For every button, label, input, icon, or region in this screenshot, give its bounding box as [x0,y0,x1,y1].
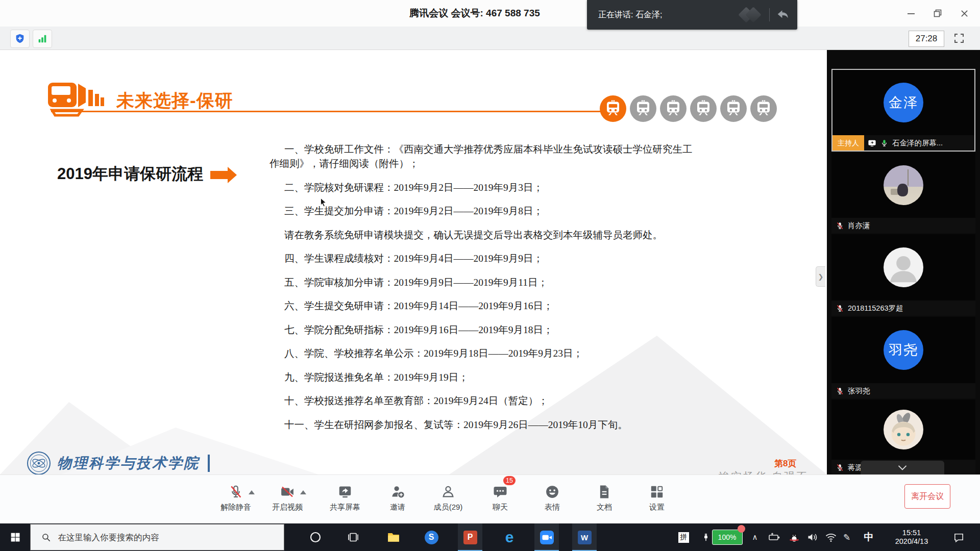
emoji-icon [527,480,578,499]
restore-icon[interactable] [933,9,942,18]
meeting-timer: 27:28 [909,31,944,47]
progress-train-row [600,95,777,122]
tray-expand-button[interactable]: ∧ [749,523,761,551]
avatar [884,247,923,287]
participant-tile[interactable]: 2018115263罗超 [831,234,975,316]
slide-line: 十一、学生在研招网参加报名、复试等：2019年9月26日——2019年10月下旬… [270,418,724,432]
mic-muted-icon [836,304,844,313]
leave-meeting-button[interactable]: 离开会议 [904,484,950,509]
qq-icon [789,531,800,543]
chat-button[interactable]: 15 聊天 [475,480,526,521]
cortana-button[interactable] [303,523,328,551]
word-button[interactable]: W [572,523,597,551]
file-explorer-button[interactable] [381,523,406,551]
ime-lang-indicator[interactable]: 中 [860,523,878,551]
meeting-app-icon [540,531,554,544]
battery-percent: 100% [712,530,743,545]
train-icon [600,95,626,122]
divider [208,455,210,472]
shared-screen-slide: 未来选择-保研 2019年申请保研流程 一、学校免研工作文件：《西南交通大学推荐… [0,50,827,474]
unmute-button[interactable]: 解除静音 [210,480,261,521]
minimize-icon[interactable] [906,9,916,18]
docs-button[interactable]: 文档 [579,480,630,521]
slide-line: 十、学校报送推荐名单至教育部：2019年9月24日（暂定）； [270,394,724,408]
powerpoint-button[interactable]: P [458,523,482,551]
slide-line: 八、学院、学校推荐名单公示：2019年9月18日——2019年9月23日； [270,346,724,361]
sogou-button[interactable]: S [419,523,444,551]
taskbar-search[interactable] [30,524,284,550]
task-view-button[interactable] [341,523,365,551]
task-view-icon [347,531,359,543]
avatar: 羽尧 [884,330,923,370]
participant-name: 张羽尧 [848,386,870,396]
slide-line: 请在教务系统免研申请模块提交，确认无误提交后导出表格交到本年级辅导员老师处。 [270,228,724,242]
avatar [884,165,923,205]
search-input[interactable] [57,532,274,543]
train-icon [720,95,747,122]
chevron-down-icon [897,464,908,471]
network-signal-icon[interactable] [33,30,52,48]
word-icon: W [578,531,592,544]
volume-tray-icon[interactable] [805,523,820,551]
mic-muted-icon [836,463,844,472]
battery-100-indicator[interactable]: 100% [697,523,746,551]
close-icon[interactable] [960,9,969,18]
mic-options-arrow[interactable] [249,490,255,494]
slide-title: 未来选择-保研 [116,89,233,113]
meeting-toolbar: 解除静音 开启视频 共享屏幕 邀请 成员(29) [0,474,980,523]
arrow-right-icon [210,171,228,179]
slide-line: 二、学院核对免研课程：2019年9月2日——2019年9月3日； [270,181,724,195]
participant-tile[interactable]: 羽尧 张羽尧 [831,317,975,398]
wifi-tray-icon[interactable] [823,523,839,551]
sidebar-expand-handle[interactable]: ❯ [816,266,825,287]
windows-taskbar: S P e W 拼 100% ∧ [0,523,980,551]
notification-dot [738,525,745,533]
participant-name: 肖亦潇 [848,221,870,231]
host-badge: 主持人 [832,135,864,151]
reply-arrow-icon[interactable] [776,7,791,22]
slide-line: 一、学校免研工作文件：《西南交通大学推荐优秀应届本科毕业生免试攻读硕士学位研究生… [270,142,724,157]
avatar [884,410,923,449]
train-icon [630,95,656,122]
slide-line: 五、学院审核加分申请：2019年9月9日——2019年9月11日； [270,276,724,290]
invite-button[interactable]: 邀请 [372,480,423,521]
wifi-icon [825,531,837,543]
participant-tile[interactable]: 肖亦潇 [831,153,975,233]
chevron-right-icon: ❯ [818,273,824,281]
battery-tray-icon[interactable] [767,523,782,551]
camera-options-arrow[interactable] [300,490,306,494]
train-icon [750,95,777,122]
participant-tile-host[interactable]: 金泽 主持人 石金泽的屏幕... [831,69,975,152]
camera-off-icon [262,480,313,499]
start-video-button[interactable]: 开启视频 [262,480,313,521]
action-center-button[interactable] [948,523,969,551]
slide-line: 七、学院分配免研指标：2019年9月16日——2019年9月18日； [270,323,724,337]
cortana-icon [309,531,322,543]
share-screen-button[interactable]: 共享屏幕 [320,480,371,521]
fullscreen-icon[interactable] [951,31,967,45]
powerpoint-icon: P [463,531,477,544]
slide-line: 四、学生课程成绩核对：2019年9月4日——2019年9月9日； [270,252,724,266]
ime-pinyin-indicator[interactable]: 拼 [676,523,691,551]
sogou-icon: S [425,531,438,544]
members-button[interactable]: 成员(29) [423,480,474,521]
meeting-app-button[interactable] [534,523,559,551]
start-button[interactable] [3,523,28,551]
qq-tray-icon[interactable] [787,523,802,551]
chevron-up-icon: ∧ [752,533,758,542]
emoji-button[interactable]: 表情 [527,480,578,521]
train-icon [690,95,717,122]
shield-icon[interactable] [10,30,30,48]
settings-button[interactable]: 设置 [631,480,682,521]
department-name: 物理科学与技术学院 [57,454,200,473]
folder-icon [387,531,400,544]
battery-icon [768,531,780,543]
taskbar-clock[interactable]: 15:51 2020/4/13 [883,523,940,551]
university-seal-icon [27,451,51,474]
edge-button[interactable]: e [497,523,522,551]
slide-line: 九、学院报送推免名单：2019年9月19日； [270,370,724,385]
chat-unread-badge: 15 [503,476,516,485]
slide-line: 六、学生提交免研申请：2019年9月14日——2019年9月16日； [270,299,724,313]
pen-tray-icon[interactable]: ✎ [840,523,854,551]
collapse-videos-button[interactable] [861,461,944,474]
